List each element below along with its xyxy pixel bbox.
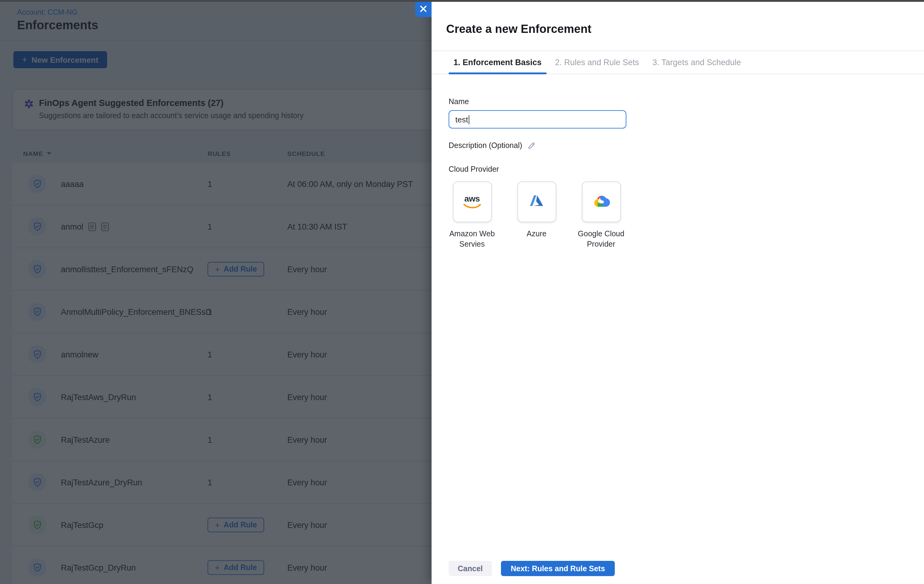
drawer-header: Create a new Enforcement [432, 0, 924, 51]
tab-targets-and-schedule[interactable]: 3. Targets and Schedule [648, 51, 746, 74]
drawer-title: Create a new Enforcement [446, 22, 591, 36]
aws-logo: aws [462, 194, 482, 210]
cloud-provider-options: aws Amazon Web Servies Azure [449, 182, 924, 250]
name-label: Name [449, 98, 924, 106]
description-label: Description (Optional) [449, 141, 522, 150]
app-viewport: Account: CCM-NG Enforcements + New Enfor… [0, 0, 924, 584]
tab-enforcement-basics[interactable]: 1. Enforcement Basics [449, 51, 546, 74]
next-button[interactable]: Next: Rules and Rule Sets [501, 561, 615, 576]
drawer-footer: Cancel Next: Rules and Rule Sets [449, 561, 615, 576]
azure-logo [529, 194, 544, 210]
name-input-value: test [455, 115, 468, 124]
window-top-edge [0, 0, 924, 2]
tab-rules-and-rule-sets[interactable]: 2. Rules and Rule Sets [550, 51, 644, 74]
provider-label: Amazon Web Servies [449, 229, 495, 250]
gcp-logo [592, 194, 610, 210]
provider-label: Azure [526, 229, 546, 239]
provider-option: Azure [513, 182, 560, 250]
close-icon[interactable] [415, 1, 432, 17]
wizard-tabs: 1. Enforcement Basics2. Rules and Rule S… [432, 51, 924, 74]
provider-label: Google Cloud Provider [578, 229, 625, 250]
drawer-body: Name test Description (Optional) Cloud P… [432, 98, 924, 250]
provider-card-gcp[interactable] [582, 182, 620, 222]
provider-card-azure[interactable] [517, 182, 556, 222]
provider-option: Google Cloud Provider [578, 182, 625, 250]
create-enforcement-drawer: Create a new Enforcement 1. Enforcement … [432, 0, 924, 584]
provider-card-aws[interactable]: aws [452, 182, 492, 222]
cloud-provider-label: Cloud Provider [449, 165, 924, 174]
provider-option: aws Amazon Web Servies [449, 182, 495, 250]
text-caret [469, 115, 470, 124]
cancel-button[interactable]: Cancel [449, 561, 492, 576]
edit-description-icon[interactable] [527, 141, 536, 150]
name-input[interactable]: test [449, 110, 626, 129]
